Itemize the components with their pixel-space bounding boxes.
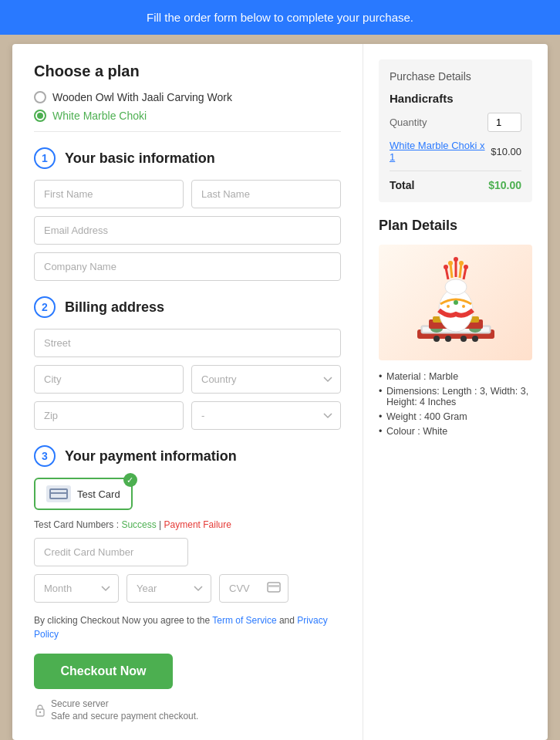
plan-option-1-label: Wooden Owl With Jaali Carving Work	[52, 91, 232, 103]
radio-unchecked	[34, 91, 46, 103]
plan-option-1[interactable]: Wooden Owl With Jaali Carving Work	[34, 91, 341, 103]
handicrafts-title: Handicrafts	[390, 92, 521, 105]
company-input[interactable]	[34, 252, 341, 281]
svg-line-16	[460, 264, 461, 278]
test-card-info: Test Card Numbers : Success | Payment Fa…	[34, 519, 341, 530]
tos-link[interactable]: Term of Service	[212, 615, 276, 626]
cc-row	[34, 538, 341, 566]
step2-number: 2	[34, 296, 56, 318]
lock-icon	[34, 703, 46, 717]
step3-number: 3	[34, 445, 56, 467]
tos-and: and	[279, 615, 297, 626]
card-label: Test Card	[77, 488, 120, 500]
cc-number-input[interactable]	[34, 538, 188, 566]
top-banner: Fill the order form below to complete yo…	[0, 0, 560, 35]
left-panel: Choose a plan Wooden Owl With Jaali Carv…	[12, 44, 363, 740]
plan-option-2-label: White Marble Choki	[52, 110, 147, 122]
spec-material: Material : Marble	[379, 371, 532, 382]
card-icon-inner	[49, 488, 68, 499]
secure-server-info: Secure server Safe and secure payment ch…	[34, 698, 341, 721]
checkout-button[interactable]: Checkout Now	[34, 654, 173, 689]
plan-details-section: Plan Details	[379, 218, 532, 437]
test-card-option[interactable]: Test Card ✓	[34, 478, 133, 510]
radio-checked	[34, 110, 46, 122]
total-label: Total	[390, 179, 414, 191]
step2-label: Billing address	[65, 299, 164, 316]
choose-plan-section: Choose a plan Wooden Owl With Jaali Carv…	[34, 63, 341, 122]
svg-point-18	[444, 265, 448, 269]
card-check-icon: ✓	[123, 473, 137, 487]
cvv-card-icon	[267, 582, 281, 596]
tos-prefix: By clicking Checkout Now you agree to th…	[34, 615, 212, 626]
quantity-input[interactable]	[487, 113, 521, 132]
item-row: White Marble Choki x 1 $10.00	[390, 140, 521, 171]
svg-point-29	[472, 336, 478, 342]
quantity-label: Quantity	[390, 117, 427, 128]
failure-link[interactable]: Payment Failure	[164, 519, 231, 530]
billing-section: 2 Billing address Country -	[34, 296, 341, 430]
city-country-row: Country	[34, 365, 341, 394]
svg-point-24	[447, 305, 450, 308]
secure-label: Secure server	[51, 698, 198, 709]
last-name-input[interactable]	[191, 180, 341, 208]
zip-input[interactable]	[34, 401, 184, 430]
payment-section: 3 Your payment information Test Card ✓ T…	[34, 445, 341, 603]
step3-header: 3 Your payment information	[34, 445, 341, 467]
right-panel: Purchase Details Handicrafts Quantity Wh…	[363, 44, 548, 740]
test-card-prefix: Test Card Numbers :	[34, 519, 121, 530]
svg-point-20	[454, 257, 458, 262]
product-svg	[406, 248, 506, 356]
total-price: $10.00	[488, 179, 521, 191]
cvv-wrapper	[219, 574, 288, 603]
svg-point-23	[454, 300, 458, 305]
state-select[interactable]: -	[191, 401, 341, 430]
svg-rect-1	[268, 585, 280, 587]
success-link[interactable]: Success	[121, 519, 156, 530]
item-name[interactable]: White Marble Choki x 1	[390, 140, 491, 163]
svg-point-3	[39, 711, 41, 713]
company-row	[34, 252, 341, 281]
choose-plan-title: Choose a plan	[34, 63, 341, 80]
svg-point-26	[433, 336, 440, 342]
email-row	[34, 216, 341, 245]
city-input[interactable]	[34, 365, 184, 394]
spec-weight: Weight : 400 Gram	[379, 411, 532, 422]
product-image	[379, 245, 532, 360]
year-select[interactable]: Year 202420252026 20272028	[127, 574, 211, 603]
street-input[interactable]	[34, 329, 341, 357]
svg-line-14	[450, 264, 452, 278]
svg-line-17	[464, 268, 466, 279]
country-select[interactable]: Country	[191, 365, 341, 394]
plan-specs-list: Material : Marble Dimensions: Length : 3…	[379, 371, 532, 437]
svg-point-19	[448, 261, 453, 265]
street-row	[34, 329, 341, 357]
step1-number: 1	[34, 147, 56, 169]
first-name-input[interactable]	[34, 180, 184, 208]
main-container: Choose a plan Wooden Owl With Jaali Carv…	[12, 44, 548, 740]
svg-point-21	[459, 261, 464, 265]
email-input[interactable]	[34, 216, 341, 245]
svg-point-25	[462, 305, 465, 308]
tos-section: By clicking Checkout Now you agree to th…	[34, 613, 341, 641]
step3-label: Your payment information	[65, 448, 237, 465]
svg-point-12	[445, 279, 467, 295]
spec-dimensions: Dimensions: Length : 3, Width: 3, Height…	[379, 386, 532, 407]
basic-info-section: 1 Your basic information	[34, 147, 341, 281]
plan-option-2[interactable]: White Marble Choki	[34, 110, 341, 122]
card-icon	[46, 485, 71, 502]
zip-state-row: -	[34, 401, 341, 430]
quantity-row: Quantity	[390, 113, 521, 132]
secure-text-block: Secure server Safe and secure payment ch…	[51, 698, 198, 721]
safe-text: Safe and secure payment checkout.	[51, 711, 198, 721]
purchase-details-box: Purchase Details Handicrafts Quantity Wh…	[379, 59, 532, 202]
step2-header: 2 Billing address	[34, 296, 341, 318]
banner-text: Fill the order form below to complete yo…	[147, 11, 413, 24]
exp-cvv-row: Month 010203 040506 070809 101112 Year 2…	[34, 574, 341, 603]
svg-point-22	[464, 265, 468, 269]
step1-label: Your basic information	[65, 150, 215, 167]
svg-line-13	[446, 268, 448, 279]
month-select[interactable]: Month 010203 040506 070809 101112	[34, 574, 119, 603]
purchase-details-title: Purchase Details	[390, 70, 521, 83]
item-price: $10.00	[491, 146, 521, 157]
svg-point-28	[460, 336, 467, 342]
